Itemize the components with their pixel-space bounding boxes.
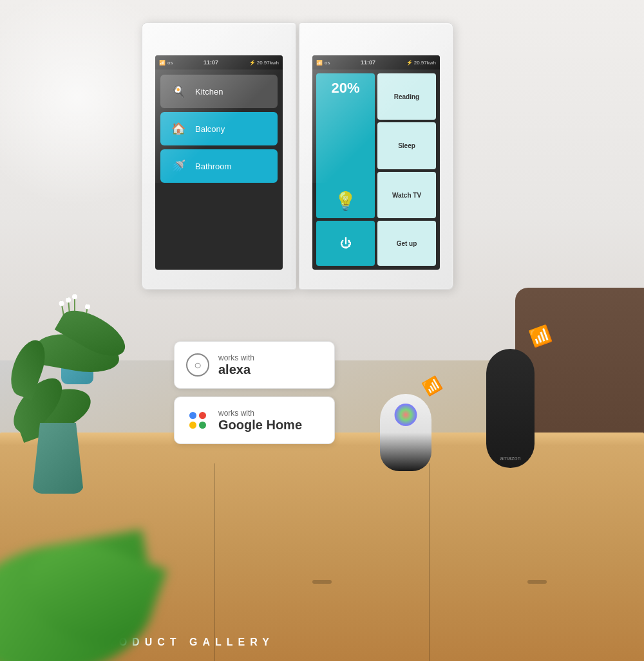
alexa-icon-container: ○ (186, 353, 209, 377)
balcony-label: Balcony (195, 124, 225, 134)
r-status-left: 📶 os (316, 60, 330, 66)
google-home-light (395, 404, 417, 426)
scene-reading[interactable]: Reading (377, 73, 436, 120)
alexa-name-label: alexa (218, 362, 254, 377)
brightness-value: 20% (331, 80, 359, 97)
energy-display: ⚡ 20.97kwh (249, 60, 279, 66)
right-panel[interactable]: 📶 os 11:07 ⚡ 20.97kwh 20% 💡 Reading Slee… (299, 23, 453, 290)
google-dots-grid (189, 412, 206, 429)
scene-watchtv[interactable]: Watch TV (377, 172, 436, 218)
google-works-with-label: works with (218, 409, 302, 418)
energy-value: 20.97kwh (257, 60, 279, 66)
alexa-badge: ○ works with alexa (174, 341, 335, 389)
brightness-cell[interactable]: 20% 💡 (316, 73, 375, 218)
r-wifi-icon: 📶 (316, 60, 323, 66)
amazon-echo-device: 📶 amazon (486, 349, 535, 468)
power-cell[interactable]: ⏻ (316, 221, 375, 266)
menu-items: 🍳 Kitchen 🏠 Balcony 🚿 Bathroom (155, 70, 283, 188)
menu-item-balcony[interactable]: 🏠 Balcony (160, 112, 278, 145)
gdot-yellow (189, 422, 196, 429)
bulb-icon: 💡 (334, 191, 357, 212)
scene-getup[interactable]: Get up (377, 221, 436, 266)
lightning-icon: ⚡ (249, 60, 256, 66)
alexa-works-with-label: works with (218, 353, 254, 362)
left-screen[interactable]: 📶 os 11:07 ⚡ 20.97kwh 🍳 Kitchen 🏠 Balcon… (155, 55, 283, 270)
menu-item-kitchen[interactable]: 🍳 Kitchen (160, 75, 278, 108)
left-panel[interactable]: 📶 os 11:07 ⚡ 20.97kwh 🍳 Kitchen 🏠 Balcon… (142, 23, 296, 290)
balcony-icon: 🏠 (169, 120, 187, 138)
r-signal-text: os (325, 60, 330, 66)
echo-body: amazon (486, 349, 535, 468)
right-statusbar: 📶 os 11:07 ⚡ 20.97kwh (312, 55, 440, 70)
dresser-handle-3 (527, 580, 547, 584)
alexa-text: works with alexa (218, 353, 254, 377)
google-text: works with Google Home (218, 409, 302, 433)
gdot-red (199, 412, 206, 419)
panels-container: 📶 os 11:07 ⚡ 20.97kwh 🍳 Kitchen 🏠 Balcon… (142, 23, 453, 290)
bathroom-label: Bathroom (195, 162, 231, 171)
echo-brand-text: amazon (500, 455, 520, 461)
signal-text: os (167, 60, 173, 66)
r-energy-display: ⚡ 20.97kwh (406, 60, 436, 66)
bathroom-icon: 🚿 (169, 157, 187, 175)
plant-container (0, 236, 161, 494)
google-icon-container (186, 409, 209, 432)
gdot-green (199, 422, 206, 429)
alexa-circle-icon: ○ (186, 353, 209, 377)
power-icon: ⏻ (340, 237, 352, 250)
scene-sleep[interactable]: Sleep (377, 122, 436, 169)
right-screen[interactable]: 📶 os 11:07 ⚡ 20.97kwh 20% 💡 Reading Slee… (312, 55, 440, 270)
kitchen-icon: 🍳 (169, 82, 187, 100)
dresser-handle-2 (312, 580, 332, 584)
wifi-icon: 📶 (159, 60, 166, 66)
kitchen-label: Kitchen (195, 87, 223, 97)
gdot-blue (189, 412, 196, 419)
r-time-display: 11:07 (361, 59, 375, 66)
google-dots-icon (186, 409, 209, 432)
right-screen-content: 20% 💡 Reading Sleep Watch TV Get up ⏻ (312, 70, 440, 270)
foreground-leaf (0, 481, 219, 661)
menu-item-bathroom[interactable]: 🚿 Bathroom (160, 149, 278, 183)
r-lightning-icon: ⚡ (406, 60, 413, 66)
google-name-label: Google Home (218, 418, 302, 433)
left-statusbar: 📶 os 11:07 ⚡ 20.97kwh (155, 55, 283, 70)
badges-container: ○ works with alexa works with Google Hom… (174, 341, 335, 444)
status-left: 📶 os (159, 60, 173, 66)
plant-leaves (0, 217, 161, 442)
time-display: 11:07 (204, 59, 218, 66)
r-energy-value: 20.97kwh (414, 60, 436, 66)
google-home-device: 📶 (380, 394, 431, 471)
google-home-body (380, 394, 431, 471)
google-badge: works with Google Home (174, 396, 335, 444)
